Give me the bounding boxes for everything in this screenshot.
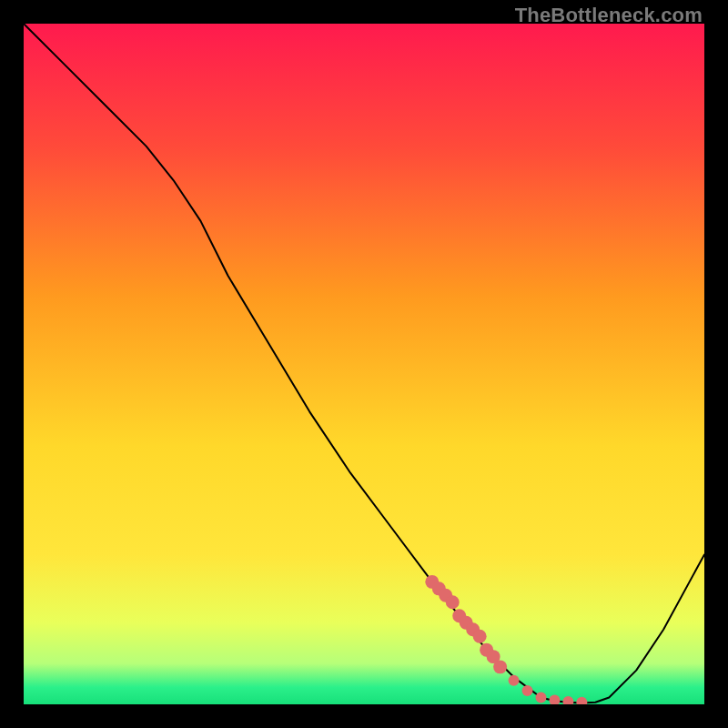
marker-dot [446, 595, 460, 609]
plot-frame [24, 24, 704, 704]
marker-dot [535, 693, 546, 703]
plot-svg [24, 24, 704, 704]
marker-dot [493, 660, 507, 673]
chart-stage: TheBottleneck.com [0, 0, 728, 728]
marker-dot [509, 675, 520, 686]
marker-dot [522, 685, 533, 696]
marker-dot [473, 630, 487, 643]
